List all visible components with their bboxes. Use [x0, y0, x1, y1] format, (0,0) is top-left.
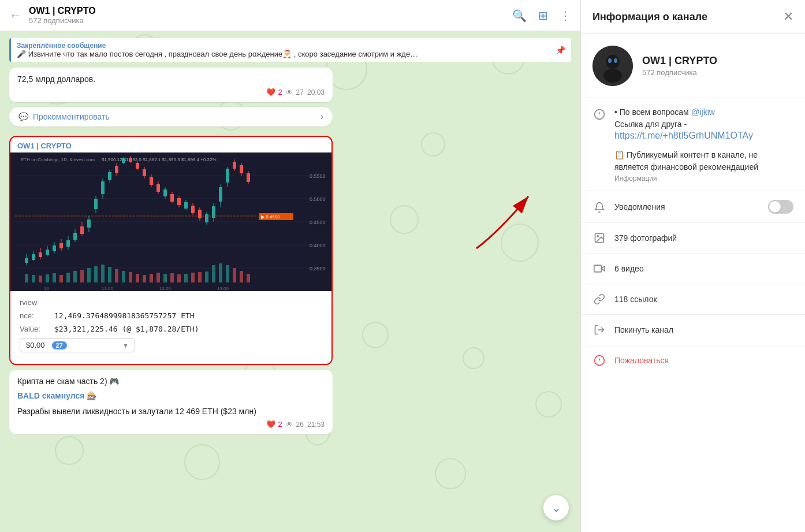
message-title-text: Крипта не скам часть 2): [17, 377, 107, 386]
disclaimer-text: 📋 Публикуемый контент в канале, не являе…: [614, 149, 793, 173]
videos-row[interactable]: 6 видео: [581, 254, 805, 284]
comment-btn-left: 💬 Прокомментировать: [18, 112, 110, 121]
notifications-toggle[interactable]: [768, 200, 793, 214]
svg-point-142: [606, 55, 620, 69]
report-row[interactable]: Пожаловаться: [581, 345, 805, 375]
svg-rect-114: [122, 271, 125, 282]
svg-text:▶ 0.4500: ▶ 0.4500: [261, 214, 280, 220]
views-1: 27: [296, 88, 304, 96]
svg-marker-151: [601, 266, 605, 271]
svg-rect-118: [150, 274, 153, 282]
layout-icon[interactable]: ⊞: [538, 9, 548, 23]
svg-rect-115: [129, 272, 132, 282]
svg-rect-69: [143, 169, 146, 176]
channel-subscribers: 572 подписчика: [29, 16, 505, 25]
svg-text:ETH on Coinbingg, 1D, &invest.: ETH on Coinbingg, 1D, &invest.com: [21, 157, 95, 162]
links-row[interactable]: 118 ссылок: [581, 284, 805, 315]
svg-text:0.4000: 0.4000: [310, 243, 326, 248]
time-2: 21:53: [307, 421, 325, 429]
bell-icon: [592, 200, 606, 214]
rview-label: rview: [20, 298, 54, 307]
svg-rect-63: [122, 158, 125, 163]
leave-icon: [592, 323, 606, 337]
svg-rect-51: [80, 226, 84, 234]
svg-rect-119: [156, 273, 160, 282]
invite-link[interactable]: https://t.me/+h8tI5GrhUNM1OTAy: [614, 131, 753, 140]
svg-rect-79: [177, 198, 181, 205]
chat-content: Закреплённое сообщение 🎤 Извините что та…: [0, 31, 580, 532]
comment-button[interactable]: 💬 Прокомментировать ›: [9, 107, 333, 127]
chart-eth-row: nce: 12,469.37648999818365757257 ETH: [20, 311, 322, 320]
time-1: 20:03: [307, 88, 325, 96]
back-button[interactable]: ←: [9, 8, 22, 23]
svg-text:0.3500: 0.3500: [310, 266, 326, 271]
photos-label: 379 фотографий: [614, 233, 793, 243]
svg-point-143: [603, 69, 622, 83]
search-icon[interactable]: 🔍: [512, 9, 527, 23]
svg-rect-65: [129, 158, 132, 162]
info-panel: Информация о канале ✕ OW1 | CRYPTO 572 п…: [580, 0, 805, 532]
svg-rect-131: [240, 271, 243, 282]
svg-rect-97: [240, 165, 243, 173]
message-body: Разрабы вывели ликвидность и залутали 12…: [17, 405, 325, 418]
svg-text:$1,900.12 $1,892.5 $1,882.1 $1: $1,900.12 $1,892.5 $1,882.1 $1,895.3 $1,…: [102, 157, 217, 162]
comment-icon: 💬: [18, 112, 28, 121]
svg-rect-91: [219, 187, 222, 202]
leave-row[interactable]: Покинуть канал: [581, 315, 805, 345]
chart-data-panel: rview nce: 12,469.37648999818365757257 E…: [10, 291, 331, 364]
svg-rect-61: [115, 166, 118, 173]
svg-rect-111: [101, 265, 105, 282]
contact-link[interactable]: @ijkiw: [691, 107, 715, 117]
svg-text:13:00: 13:00: [217, 286, 229, 291]
svg-rect-129: [226, 265, 229, 282]
info-panel-title: Информация о канале: [592, 11, 707, 23]
heart-icon: ❤️: [266, 88, 275, 96]
arrow-annotation: [465, 185, 546, 256]
svg-rect-102: [39, 276, 42, 282]
chat-panel: ← OW1 | CRYPTO 572 подписчика 🔍 ⊞ ⋮ Закр…: [0, 0, 580, 532]
svg-rect-100: [25, 274, 28, 282]
bald-emoji: 🎰: [87, 391, 96, 400]
video-icon: [592, 262, 606, 276]
svg-rect-130: [233, 268, 236, 282]
chart-select[interactable]: $0.00 27 ▼: [20, 338, 135, 352]
pin-icon: 📌: [556, 46, 565, 55]
svg-rect-123: [184, 274, 188, 282]
svg-rect-124: [191, 273, 195, 282]
svg-rect-41: [46, 250, 49, 255]
channel-profile: OW1 | CRYPTO 572 подписчика: [581, 34, 805, 98]
pinned-message-bar[interactable]: Закреплённое сообщение 🎤 Извините что та…: [9, 38, 571, 62]
message-bubble-2: Крипта не скам часть 2) 🎮 BALD скамнулся…: [9, 370, 333, 434]
heart-icon-2: ❤️: [266, 420, 275, 429]
pinned-message-text: Извините что так мало постов сегодня , п…: [28, 50, 421, 58]
value-amount: $23,321,225.46 (@ $1,870.28/ETH): [54, 325, 199, 333]
svg-rect-104: [53, 273, 56, 282]
svg-rect-120: [163, 274, 167, 282]
report-icon: [592, 354, 606, 367]
channel-avatar: [592, 46, 633, 86]
videos-label: 6 видео: [614, 264, 793, 273]
like-count-1: 2: [278, 88, 282, 96]
contact-label: • По всем вопросам: [614, 107, 689, 117]
channel-subscribers-info: 572 подписчика: [642, 68, 717, 77]
select-chevron-icon: ▼: [122, 342, 129, 349]
channel-header-info[interactable]: OW1 | CRYPTO 572 подписчика: [29, 6, 505, 25]
message-likes-2: ❤️ 2: [266, 420, 282, 429]
message-meta-2: ❤️ 2 👁 26 21:53: [17, 420, 325, 429]
channel-name: OW1 | CRYPTO: [642, 55, 717, 67]
notifications-left: Уведомления: [592, 199, 665, 214]
chart-rview-row: rview: [20, 298, 322, 307]
close-button[interactable]: ✕: [783, 9, 793, 24]
photos-row[interactable]: 379 фотографий: [581, 223, 805, 254]
svg-rect-112: [108, 267, 111, 282]
pinned-text: 🎤 Извините что так мало постов сегодня ,…: [17, 50, 421, 58]
svg-point-150: [597, 236, 599, 237]
svg-point-145: [614, 58, 617, 63]
svg-rect-108: [80, 270, 84, 282]
info-circle-icon: [592, 107, 606, 121]
svg-rect-75: [163, 189, 167, 196]
scroll-bottom-button[interactable]: ⌄: [543, 495, 569, 520]
view-icon-2: 👁: [286, 421, 293, 429]
notifications-row: Уведомления: [581, 191, 805, 223]
more-options-icon[interactable]: ⋮: [560, 9, 571, 23]
